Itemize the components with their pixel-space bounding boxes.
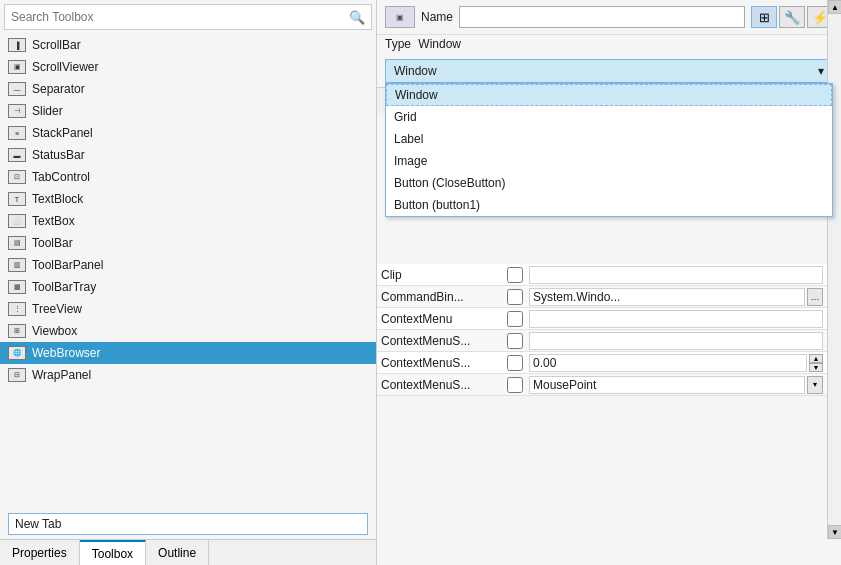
- prop-name: CommandBin...: [381, 290, 501, 304]
- prop-row-contextmenus: ContextMenuS...0.00▲▼: [377, 352, 827, 374]
- toolbox-item-textblock[interactable]: TTextBlock: [0, 188, 376, 210]
- grid-view-btn[interactable]: ⊞: [751, 6, 777, 28]
- search-button[interactable]: 🔍: [349, 10, 365, 25]
- new-tab-row: New Tab: [4, 511, 372, 537]
- type-row: Type Window: [377, 35, 841, 55]
- name-input[interactable]: [459, 6, 745, 28]
- toolbox-item-label: Separator: [32, 82, 372, 96]
- prop-checkbox[interactable]: [507, 377, 523, 393]
- toolbox-item-label: WrapPanel: [32, 368, 372, 382]
- prop-value: [529, 332, 823, 350]
- prop-checkbox[interactable]: [507, 267, 523, 283]
- properties-panel: ▣ Name ⊞ 🔧 ⚡ Type Window Window ▾: [377, 0, 841, 565]
- type-label: Type: [385, 37, 411, 51]
- toolbox-item-label: ToolBarTray: [32, 280, 372, 294]
- name-label: Name: [421, 10, 453, 24]
- toolbox-item-separator[interactable]: —Separator: [0, 78, 376, 100]
- separator-icon: —: [8, 82, 26, 96]
- prop-value-wrapper: System.Windo...…: [529, 288, 823, 306]
- scroll-down-btn[interactable]: ▼: [828, 525, 841, 539]
- prop-row-contextmenus: ContextMenuS...MousePoint▾: [377, 374, 827, 396]
- toolbox-item-textbox[interactable]: ⬜TextBox: [0, 210, 376, 232]
- prop-ellipsis-btn[interactable]: …: [807, 288, 823, 306]
- tabcontrol-icon: ⊡: [8, 170, 26, 184]
- element-dropdown[interactable]: Window ▾: [385, 59, 833, 83]
- prop-value: [529, 310, 823, 328]
- toolbox-item-tabcontrol[interactable]: ⊡TabControl: [0, 166, 376, 188]
- dropdown-arrow-icon: ▾: [818, 64, 824, 78]
- treeview-icon: ⋮: [8, 302, 26, 316]
- toolbox-item-label: StackPanel: [32, 126, 372, 140]
- new-tab-label: New Tab: [15, 517, 61, 531]
- toolbox-item-viewbox[interactable]: ⊞Viewbox: [0, 320, 376, 342]
- new-tab-item[interactable]: New Tab: [8, 513, 368, 535]
- header-buttons: ⊞ 🔧 ⚡: [751, 6, 833, 28]
- dropdown-selected-label: Window: [394, 64, 437, 78]
- toolbox-item-stackpanel[interactable]: ≡StackPanel: [0, 122, 376, 144]
- left-tab-outline[interactable]: Outline: [146, 540, 209, 565]
- prop-row-clip: Clip: [377, 264, 827, 286]
- toolbartray-icon: ▦: [8, 280, 26, 294]
- spinner-down-btn[interactable]: ▼: [809, 363, 823, 372]
- scrollviewer-icon: ▣: [8, 60, 26, 74]
- toolbox-item-wrappanel[interactable]: ⊟WrapPanel: [0, 364, 376, 386]
- toolbox-item-webbrowser[interactable]: 🌐WebBrowser: [0, 342, 376, 364]
- toolbox-item-label: ToolBar: [32, 236, 372, 250]
- prop-row-commandbin: CommandBin...System.Windo...…: [377, 286, 827, 308]
- dropdown-option-grid[interactable]: Grid: [386, 106, 832, 128]
- dropdown-option-label[interactable]: Label: [386, 128, 832, 150]
- left-tab-toolbox[interactable]: Toolbox: [80, 540, 146, 565]
- toolbox-item-scrollviewer[interactable]: ▣ScrollViewer: [0, 56, 376, 78]
- prop-name: ContextMenuS...: [381, 334, 501, 348]
- right-content: ▣ Name ⊞ 🔧 ⚡ Type Window Window ▾: [377, 0, 841, 565]
- toolbarpanel-icon: ▥: [8, 258, 26, 272]
- toolbox-item-label: Slider: [32, 104, 372, 118]
- search-input[interactable]: [11, 10, 349, 24]
- left-tab-properties[interactable]: Properties: [0, 540, 80, 565]
- toolbox-item-treeview[interactable]: ⋮TreeView: [0, 298, 376, 320]
- dropdown-option-image[interactable]: Image: [386, 150, 832, 172]
- prop-checkbox[interactable]: [507, 355, 523, 371]
- prop-value-wrapper: 0.00▲▼: [529, 354, 823, 372]
- scroll-up-btn[interactable]: ▲: [828, 0, 841, 14]
- scrollbar-icon: ▐: [8, 38, 26, 52]
- toolbox-item-label: ScrollViewer: [32, 60, 372, 74]
- toolbox-item-toolbar[interactable]: ▤ToolBar: [0, 232, 376, 254]
- dropdown-option-button(button1)[interactable]: Button (button1): [386, 194, 832, 216]
- toolbox-item-label: TextBox: [32, 214, 372, 228]
- dropdown-option-window[interactable]: Window: [386, 84, 832, 106]
- properties-btn[interactable]: 🔧: [779, 6, 805, 28]
- left-bottom-tabs: PropertiesToolboxOutline: [0, 539, 376, 565]
- prop-name: ContextMenu: [381, 312, 501, 326]
- toolbox-item-label: Viewbox: [32, 324, 372, 338]
- prop-name: ContextMenuS...: [381, 378, 501, 392]
- prop-checkbox[interactable]: [507, 333, 523, 349]
- toolbox-item-label: TextBlock: [32, 192, 372, 206]
- slider-icon: ⊣: [8, 104, 26, 118]
- toolbox-list: ▐ScrollBar▣ScrollViewer—Separator⊣Slider…: [0, 34, 376, 509]
- dropdown-list: WindowGridLabelImageButton (CloseButton)…: [385, 83, 833, 217]
- toolbox-item-label: TreeView: [32, 302, 372, 316]
- spinner-up-btn[interactable]: ▲: [809, 354, 823, 363]
- right-scrollbar: ▲ ▼: [827, 0, 841, 539]
- toolbox-item-toolbartray[interactable]: ▦ToolBarTray: [0, 276, 376, 298]
- stackpanel-icon: ≡: [8, 126, 26, 140]
- search-bar: 🔍: [4, 4, 372, 30]
- name-row: Name ⊞ 🔧 ⚡: [421, 6, 833, 28]
- textblock-icon: T: [8, 192, 26, 206]
- webbrowser-icon: 🌐: [8, 346, 26, 360]
- wrappanel-icon: ⊟: [8, 368, 26, 382]
- toolbox-item-statusbar[interactable]: ▬StatusBar: [0, 144, 376, 166]
- toolbar-icon: ▤: [8, 236, 26, 250]
- prop-dropdown-arrow[interactable]: ▾: [807, 376, 823, 394]
- prop-value-wrapper: MousePoint▾: [529, 376, 823, 394]
- toolbox-item-scrollbar[interactable]: ▐ScrollBar: [0, 34, 376, 56]
- prop-checkbox[interactable]: [507, 289, 523, 305]
- prop-row-contextmenus: ContextMenuS...: [377, 330, 827, 352]
- prop-checkbox[interactable]: [507, 311, 523, 327]
- toolbox-item-slider[interactable]: ⊣Slider: [0, 100, 376, 122]
- prop-name: ContextMenuS...: [381, 356, 501, 370]
- statusbar-icon: ▬: [8, 148, 26, 162]
- toolbox-item-toolbarpanel[interactable]: ▥ToolBarPanel: [0, 254, 376, 276]
- dropdown-option-button(closebutton)[interactable]: Button (CloseButton): [386, 172, 832, 194]
